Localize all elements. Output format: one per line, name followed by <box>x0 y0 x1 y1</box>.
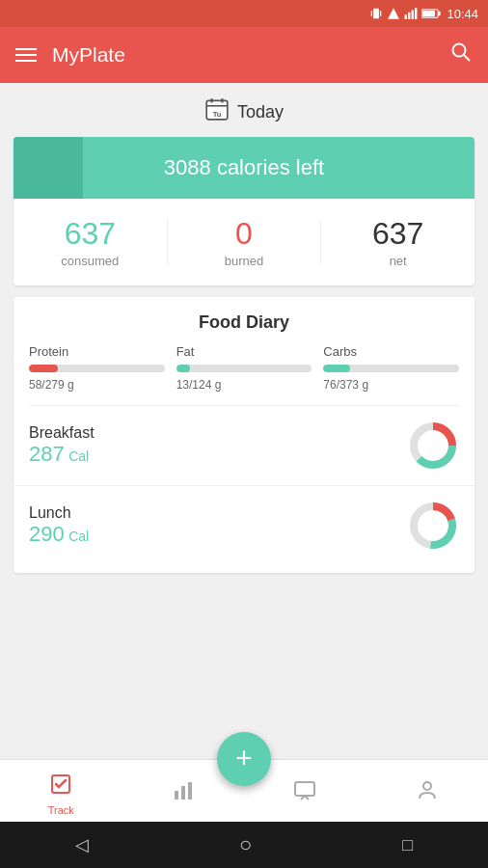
signal-bars-icon <box>404 7 418 20</box>
breakfast-name: Breakfast <box>29 424 407 442</box>
fat-bar-fill <box>176 365 190 372</box>
lunch-donut <box>407 500 459 552</box>
svg-line-12 <box>464 55 470 61</box>
home-button[interactable]: ○ <box>239 832 252 857</box>
calories-left-text: 3088 calories left <box>164 155 324 180</box>
carbs-label: Carbs <box>323 344 357 359</box>
lunch-cal: 290 <box>29 522 65 546</box>
lunch-unit: Cal <box>68 529 89 544</box>
calories-header-accent <box>14 137 83 199</box>
breakfast-row[interactable]: Breakfast 287 Cal <box>14 406 474 486</box>
chat-icon <box>293 779 316 808</box>
food-diary-card: Food Diary Protein 58/279 g Fat 13/124 g… <box>14 297 474 573</box>
burned-label: burned <box>168 254 321 268</box>
svg-rect-30 <box>295 782 314 796</box>
protein-label: Protein <box>29 344 68 359</box>
app-title: MyPlate <box>52 43 125 67</box>
svg-point-11 <box>453 44 466 57</box>
protein-macro: Protein 58/279 g <box>29 344 165 392</box>
calories-card: 3088 calories left 637 consumed 0 burned… <box>14 137 474 285</box>
svg-rect-2 <box>381 11 382 16</box>
svg-marker-3 <box>389 8 400 19</box>
protein-bar-track <box>29 365 165 372</box>
search-button[interactable] <box>449 41 473 69</box>
svg-rect-7 <box>416 8 418 19</box>
nav-profile[interactable] <box>366 773 489 808</box>
svg-rect-9 <box>439 12 441 15</box>
date-label: Today <box>237 102 284 122</box>
carbs-bar-fill <box>323 365 350 372</box>
signal-icon <box>387 7 400 20</box>
burned-value: 0 <box>168 216 321 252</box>
svg-point-31 <box>423 782 431 790</box>
fat-values: 13/124 g <box>176 378 222 392</box>
svg-rect-0 <box>374 9 380 19</box>
calendar-icon: Tu <box>204 96 230 127</box>
svg-point-21 <box>421 434 445 457</box>
breakfast-unit: Cal <box>68 448 89 464</box>
main-content: Tu Today 3088 calories left 637 consumed… <box>0 83 488 759</box>
menu-button[interactable] <box>15 48 37 62</box>
calories-header: 3088 calories left <box>14 137 474 199</box>
svg-rect-27 <box>175 791 178 800</box>
svg-rect-1 <box>371 11 372 16</box>
carbs-bar-track <box>323 365 459 372</box>
status-bar: 10:44 <box>0 0 488 27</box>
system-nav: ◁ ○ □ <box>0 822 488 868</box>
carbs-macro: Carbs 76/373 g <box>323 344 459 392</box>
track-icon <box>49 773 72 801</box>
fab-button[interactable]: + <box>217 732 271 786</box>
lunch-row[interactable]: Lunch 290 Cal <box>14 486 474 565</box>
consumed-stat: 637 consumed <box>14 216 167 268</box>
svg-rect-10 <box>423 11 436 16</box>
calories-stats: 637 consumed 0 burned 637 net <box>14 199 474 285</box>
breakfast-cal: 287 <box>29 442 65 466</box>
svg-rect-6 <box>412 11 414 19</box>
person-icon <box>416 779 439 808</box>
net-label: net <box>321 254 474 268</box>
back-button[interactable]: ◁ <box>75 834 89 855</box>
protein-bar-fill <box>29 365 58 372</box>
date-row[interactable]: Tu Today <box>0 83 488 137</box>
breakfast-donut <box>407 420 459 472</box>
consumed-value: 637 <box>14 216 167 252</box>
status-icons: 10:44 <box>369 7 478 21</box>
battery-icon <box>421 8 441 19</box>
net-stat: 637 net <box>321 216 474 268</box>
vibrate-icon <box>369 7 383 20</box>
lunch-name: Lunch <box>29 504 407 522</box>
macros-row: Protein 58/279 g Fat 13/124 g Carbs 76/3… <box>14 344 474 392</box>
fat-bar-track <box>176 365 312 372</box>
food-diary-title: Food Diary <box>14 297 474 344</box>
net-value: 637 <box>321 216 474 252</box>
burned-stat: 0 burned <box>168 216 321 268</box>
fat-macro: Fat 13/124 g <box>176 344 312 392</box>
svg-rect-28 <box>181 786 185 800</box>
time-display: 10:44 <box>447 7 478 21</box>
svg-text:Tu: Tu <box>213 110 222 119</box>
lunch-info: Lunch 290 Cal <box>29 504 407 547</box>
fat-label: Fat <box>176 344 195 359</box>
svg-rect-5 <box>409 13 411 19</box>
consumed-label: consumed <box>14 254 167 268</box>
protein-values: 58/279 g <box>29 378 74 392</box>
svg-rect-29 <box>188 782 192 800</box>
fab-plus-icon: + <box>235 744 253 773</box>
app-bar: MyPlate <box>0 27 488 83</box>
breakfast-info: Breakfast 287 Cal <box>29 424 407 467</box>
stats-icon <box>172 779 195 808</box>
nav-track[interactable]: Track <box>0 767 122 816</box>
svg-rect-4 <box>405 14 407 19</box>
recent-button[interactable]: □ <box>402 835 413 855</box>
carbs-values: 76/373 g <box>323 378 368 392</box>
svg-point-25 <box>421 514 445 537</box>
track-label: Track <box>48 804 74 816</box>
